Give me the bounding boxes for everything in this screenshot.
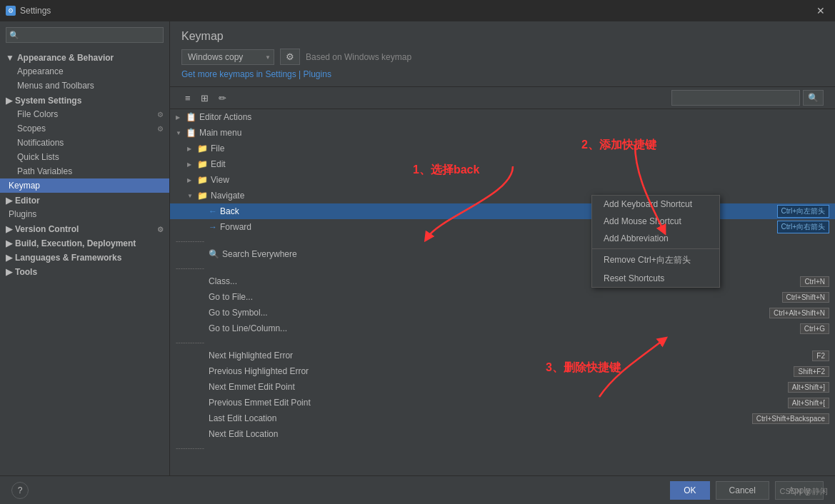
prev-emmet-shortcut-badge: Alt+Shift+[ — [788, 398, 829, 408]
sidebar-label-notifications: Notifications — [17, 138, 64, 148]
next-edit-label: Next Edit Location — [209, 429, 829, 439]
sidebar-item-quick-lists[interactable]: Quick Lists — [0, 150, 169, 164]
sidebar-label-build: Build, Execution, Deployment — [15, 238, 136, 248]
view-folder-icon: 📁 — [197, 175, 208, 185]
editor-actions-folder-icon: 📋 — [186, 112, 196, 122]
context-menu-separator — [592, 248, 719, 249]
tree-row-next-error[interactable]: Next Highlighted Error F2 — [170, 348, 835, 363]
sidebar-label-scopes: Scopes — [17, 124, 46, 133]
back-shortcut-badge: Ctrl+向左箭头 — [777, 205, 829, 218]
help-button[interactable]: ? — [11, 482, 29, 499]
sidebar-item-system-settings[interactable]: ▶ System Settings — [0, 93, 169, 107]
main-menu-folder-icon: 📋 — [186, 128, 196, 138]
keymap-select[interactable]: Windows copy — [181, 49, 274, 65]
prev-error-shortcut-badge: Shift+F2 — [794, 366, 829, 377]
app-icon: ⚙ — [6, 6, 16, 16]
separator-3: ------------ — [170, 336, 835, 348]
editor-actions-label: Editor Actions — [199, 112, 829, 122]
sidebar-item-build[interactable]: ▶ Build, Execution, Deployment — [0, 236, 169, 250]
navigate-folder-icon: 📁 — [197, 191, 208, 201]
tree-row-prev-emmet[interactable]: Previous Emmet Edit Point Alt+Shift+[ — [170, 395, 835, 410]
context-reset-shortcuts[interactable]: Reset Shortcuts — [592, 270, 719, 287]
sidebar-label-file-colors: File Colors — [17, 109, 58, 119]
tree-row-go-to-file[interactable]: Go to File... Ctrl+Shift+N — [170, 289, 835, 305]
tree-row-edit[interactable]: ▶ 📁 Edit — [170, 156, 835, 172]
tree-row-forward[interactable]: → Forward Ctrl+向右箭头 — [170, 219, 835, 235]
sidebar-label-path-variables: Path Variables — [17, 166, 72, 176]
sidebar-item-scopes[interactable]: Scopes ⚙ — [0, 121, 169, 136]
navigate-label: Navigate — [211, 191, 829, 201]
sidebar-label-menus-toolbars: Menus and Toolbars — [17, 81, 94, 91]
tree-row-main-menu[interactable]: ▼ 📋 Main menu — [170, 125, 835, 141]
ok-button[interactable]: OK — [670, 481, 709, 500]
go-to-symbol-shortcut-badge: Ctrl+Alt+Shift+N — [769, 308, 829, 318]
tree-row-class[interactable]: Class... Ctrl+N — [170, 273, 835, 289]
sidebar-search-box: 🔍 — [6, 27, 164, 43]
sidebar-item-editor[interactable]: ▶ Editor — [0, 193, 169, 207]
context-remove-ctrl[interactable]: Remove Ctrl+向左箭头 — [592, 251, 719, 270]
tree-row-view[interactable]: ▶ 📁 View — [170, 172, 835, 188]
expand-arrow-editor-icon: ▶ — [6, 196, 12, 206]
sidebar-label-appearance: Appearance — [17, 66, 64, 76]
tree-row-prev-error[interactable]: Previous Highlighted Error Shift+F2 — [170, 363, 835, 379]
file-colors-icon: ⚙ — [157, 111, 164, 119]
sidebar-item-path-variables[interactable]: Path Variables — [0, 164, 169, 178]
keymap-search-input[interactable] — [671, 90, 800, 106]
separator-text-1: ------------ — [176, 237, 204, 245]
sidebar-item-tools[interactable]: ▶ Tools — [0, 264, 169, 278]
title-bar: ⚙ Settings ✕ — [0, 0, 835, 21]
sidebar-label-editor: Editor — [15, 196, 40, 206]
view-label: View — [211, 175, 829, 185]
keymap-gear-button[interactable]: ⚙ — [280, 49, 300, 65]
sidebar: 🔍 ▼ Appearance & Behavior Appearance Men… — [0, 21, 170, 475]
separator-1: ------------ — [170, 235, 835, 246]
cancel-button[interactable]: Cancel — [716, 481, 769, 500]
forward-shortcut-badge: Ctrl+向右箭头 — [777, 221, 829, 233]
tree-row-editor-actions[interactable]: ▶ 📋 Editor Actions — [170, 109, 835, 125]
sidebar-item-plugins[interactable]: Plugins — [0, 207, 169, 221]
forward-arrow-icon: → — [209, 222, 217, 232]
get-more-keymaps-link[interactable]: Get more keymaps in Settings | Plugins — [181, 69, 824, 79]
search-everywhere-label: Search Everywhere — [222, 249, 829, 259]
sidebar-item-version-control[interactable]: ▶ Version Control ⚙ — [0, 221, 169, 236]
sidebar-label-appearance-behavior: Appearance & Behavior — [17, 53, 114, 63]
close-button[interactable]: ✕ — [812, 4, 829, 18]
keymap-selector-row: Windows copy ⚙ Based on Windows keymap — [181, 49, 824, 65]
tree-row-go-to-symbol[interactable]: Go to Symbol... Ctrl+Alt+Shift+N — [170, 305, 835, 321]
sidebar-search-input[interactable] — [6, 27, 164, 43]
toolbar-row: ≡ ⊞ ✏ 🔍 — [170, 87, 835, 109]
sidebar-item-notifications[interactable]: Notifications — [0, 136, 169, 150]
settings-window: ⚙ Settings ✕ 🔍 ▼ Appearance & Behavior A… — [0, 0, 835, 504]
filter-button[interactable]: ≡ — [181, 91, 194, 106]
context-add-mouse[interactable]: Add Mouse Shortcut — [592, 213, 719, 230]
sidebar-item-file-colors[interactable]: File Colors ⚙ — [0, 107, 169, 121]
search-go-button[interactable]: 🔍 — [803, 90, 824, 106]
tree-row-search-everywhere[interactable]: 🔍 Search Everywhere — [170, 246, 835, 262]
context-add-keyboard[interactable]: Add Keyboard Shortcut — [592, 196, 719, 213]
file-label: File — [211, 143, 829, 153]
separator-2: ------------ — [170, 262, 835, 273]
tree-row-next-edit[interactable]: Next Edit Location — [170, 426, 835, 442]
prev-error-label: Previous Highlighted Error — [209, 366, 791, 376]
edit-button[interactable]: ✏ — [215, 91, 230, 106]
tree-row-back[interactable]: ← Back Ctrl+向左箭头 — [170, 203, 835, 219]
apply-button[interactable]: Apply — [775, 481, 824, 500]
sidebar-item-appearance-behavior[interactable]: ▼ Appearance & Behavior — [0, 50, 169, 64]
go-to-file-label: Go to File... — [209, 292, 779, 302]
main-menu-label: Main menu — [199, 128, 829, 138]
expand-file-icon: ▶ — [187, 146, 197, 152]
sidebar-item-languages[interactable]: ▶ Languages & Frameworks — [0, 250, 169, 264]
tree-row-last-edit[interactable]: Last Edit Location Ctrl+Shift+Backspace — [170, 410, 835, 426]
tree-row-navigate[interactable]: ▼ 📁 Navigate — [170, 188, 835, 203]
context-add-abbreviation[interactable]: Add Abbreviation — [592, 230, 719, 247]
sidebar-item-menus-toolbars[interactable]: Menus and Toolbars — [0, 79, 169, 93]
sidebar-item-keymap[interactable]: Keymap — [0, 178, 169, 193]
tree-row-next-emmet[interactable]: Next Emmet Edit Point Alt+Shift+] — [170, 379, 835, 395]
sidebar-item-appearance[interactable]: Appearance — [0, 64, 169, 79]
next-emmet-shortcut-badge: Alt+Shift+] — [788, 382, 829, 393]
group-button[interactable]: ⊞ — [197, 91, 212, 106]
tree-row-go-to-line[interactable]: Go to Line/Column... Ctrl+G — [170, 321, 835, 336]
tree-row-file[interactable]: ▶ 📁 File — [170, 141, 835, 156]
separator-text-4: ------------ — [176, 444, 204, 452]
window-title: Settings — [20, 6, 51, 16]
